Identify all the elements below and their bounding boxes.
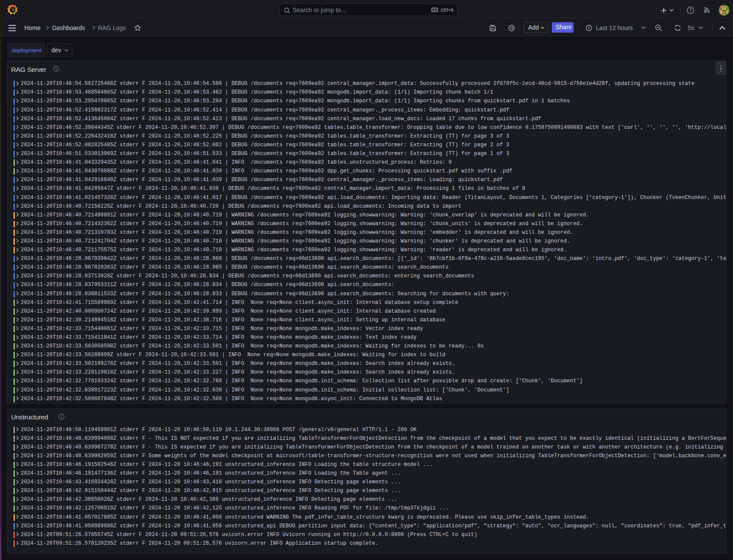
svg-text:?: ? <box>689 8 692 13</box>
